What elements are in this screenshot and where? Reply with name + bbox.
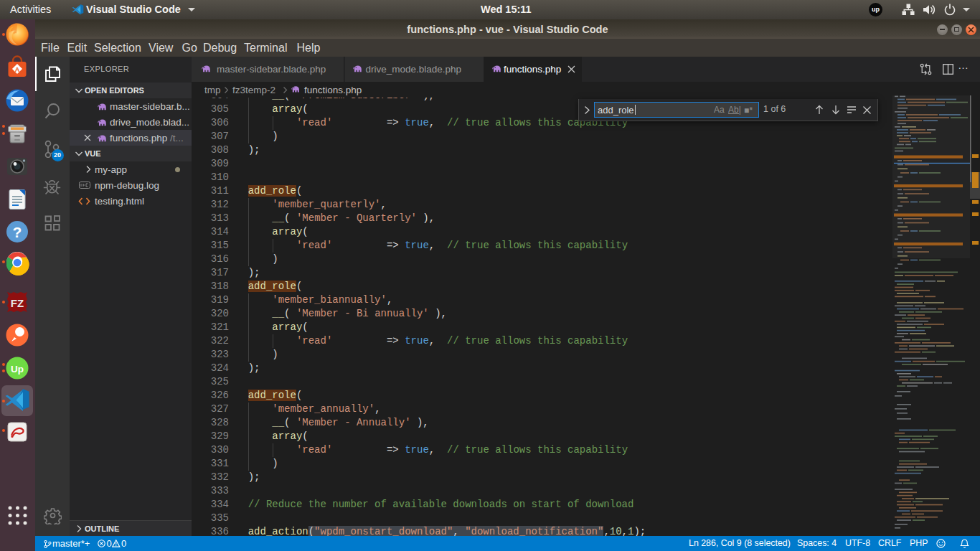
svg-text:A: A	[15, 66, 20, 73]
svg-text:?: ?	[13, 224, 22, 240]
svg-text:Up: Up	[11, 364, 24, 375]
svg-text:FZ: FZ	[11, 297, 24, 309]
